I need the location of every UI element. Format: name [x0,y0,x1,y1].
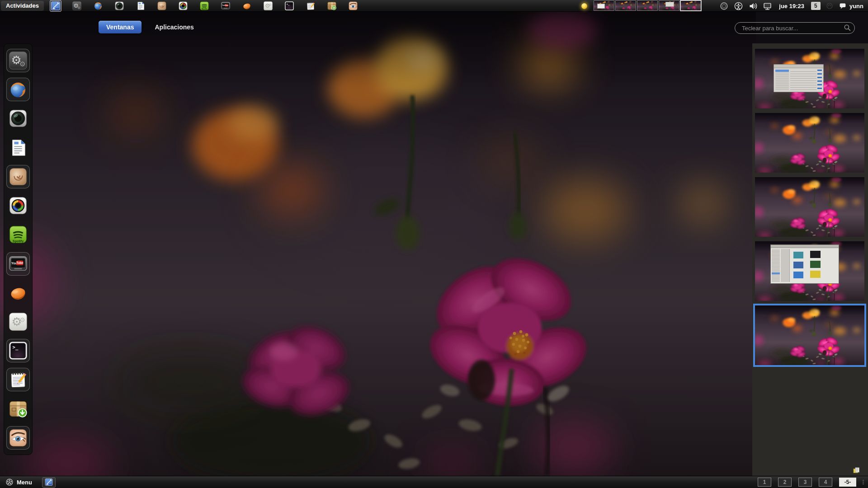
dock-item-shell-file-manager[interactable] [6,165,30,188]
dock-item-libreoffice-writer[interactable] [6,136,30,160]
mini-window [597,4,605,9]
dock-item-spotify[interactable] [6,223,30,246]
dock-item-eye-editor[interactable] [6,426,30,450]
file-thumbnail [810,251,821,258]
dock-item-terminal[interactable] [6,339,30,362]
photo-lens-icon [8,196,28,216]
dock-item-camera-lens[interactable] [6,107,30,130]
terminal-icon [284,1,294,11]
notification-dot-icon[interactable] [581,3,587,9]
dock-item-gears-settings[interactable] [6,49,30,72]
workspace-thumbnail-4[interactable] [755,241,864,301]
tab-ventanas[interactable]: Ventanas [99,21,142,33]
activities-button[interactable]: Actividades [1,1,44,11]
terminal-icon [8,341,28,361]
volume-icon[interactable] [748,1,758,11]
gears-light-icon [8,312,28,332]
file-manager-titlebar [771,245,839,249]
tray-notes-icon[interactable] [852,466,861,475]
workspace-button-3[interactable]: 3 [798,478,812,487]
panel-launcher-youtube[interactable] [220,0,231,11]
dock-item-clementine[interactable] [6,281,30,305]
panel-launcher-photo-lens[interactable] [178,0,189,11]
user-menu[interactable]: yunn [839,2,863,10]
chat-status-icon [839,2,847,10]
workspace-thumbnail-3[interactable] [755,177,864,237]
panel-workspace-preview-3[interactable] [637,0,658,11]
firefox-icon [8,80,28,99]
overview-tabs: Ventanas Aplicaciones [99,21,202,33]
dock-item-firefox[interactable] [6,78,30,101]
dim-indicator-icon[interactable] [826,2,834,10]
favorites-dock [4,43,33,455]
panel-launcher-clementine[interactable] [241,0,252,11]
panel-workspace-previews [594,0,701,11]
panel-launcher-blue-pen-app[interactable] [50,0,61,11]
mini-window [665,2,674,7]
dock-item-notes-editor[interactable] [6,368,30,391]
workspace-button-2[interactable]: 2 [778,478,792,487]
username-label: yunn [849,3,863,9]
status-area: jue 19:23 5 yunn [719,0,868,12]
panel-launcher-terminal[interactable] [284,0,295,11]
display-icon[interactable] [763,1,772,11]
panel-launcher-spotify[interactable] [199,0,210,11]
libreoffice-writer-icon [136,1,146,11]
workspace-number-badge[interactable]: 5 [811,2,821,10]
search-input[interactable] [735,22,855,34]
accessibility-icon[interactable] [734,1,743,11]
panel-workspace-preview-2[interactable] [615,0,636,11]
desktop-screen: Ventanas Aplicaciones [0,0,868,488]
gears-settings-icon [8,51,28,70]
dock-item-youtube[interactable] [6,252,30,276]
top-panel: Actividades [0,0,868,12]
spotify-icon [8,225,28,244]
panel-launcher-gears-light[interactable] [263,0,274,11]
dock-item-gears-light[interactable] [6,310,30,333]
eye-icon [8,428,28,448]
workspace-thumbnail-2[interactable] [755,113,864,173]
panel-workspace-preview-4[interactable] [659,0,679,11]
dock-item-package-installer[interactable] [6,397,30,421]
clementine-icon [242,1,252,11]
overview-search [735,22,855,34]
panel-launcher-eye-editor[interactable] [348,0,359,11]
clementine-icon [8,283,28,303]
file-manager-selected-row [772,272,780,274]
workspace-thumbnail-5-active[interactable] [753,304,866,367]
panel-workspace-preview-5-active[interactable] [680,0,701,11]
record-indicator-icon[interactable] [719,1,729,11]
clock[interactable]: jue 19:23 [777,3,806,9]
workspace-button-4[interactable]: 4 [819,478,832,487]
panel-grip[interactable] [863,480,864,485]
panel-launchers [50,0,359,11]
panel-launcher-libreoffice-writer[interactable] [135,0,146,11]
dialog-sidebar [775,70,789,90]
bottom-bar: Menu 1 2 3 4 -5- [0,476,868,488]
settings-dialog-window[interactable] [774,64,824,92]
dock-item-photo-lens[interactable] [6,194,30,217]
workspace-button-1[interactable]: 1 [758,478,771,487]
workspace-switcher-panel [752,43,868,476]
panel-launcher-package-installer[interactable] [326,0,337,11]
tab-aplicaciones[interactable]: Aplicaciones [147,21,201,33]
camera-lens-icon [114,1,124,11]
file-thumbnail [810,271,821,277]
panel-workspace-preview-1[interactable] [594,0,614,11]
taskbar-item-blue-pen-app[interactable] [42,477,56,488]
menu-label: Menu [17,479,32,486]
menu-button[interactable]: Menu [0,476,37,488]
package-icon [8,399,28,419]
panel-launcher-gears-settings[interactable] [71,0,82,11]
panel-launcher-notes-editor[interactable] [305,0,316,11]
dialog-rows [790,70,816,91]
workspace-thumbnail-1[interactable] [755,49,864,108]
panel-launcher-camera-lens[interactable] [114,0,125,11]
youtube-icon [8,254,28,274]
panel-launcher-firefox[interactable] [93,0,104,11]
file-manager-window[interactable] [770,244,839,284]
panel-launcher-shell-file-manager[interactable] [156,0,167,11]
gears-settings-icon [72,1,82,11]
dialog-titlebar [774,65,823,68]
workspace-button-5-active[interactable]: -5- [839,478,856,487]
